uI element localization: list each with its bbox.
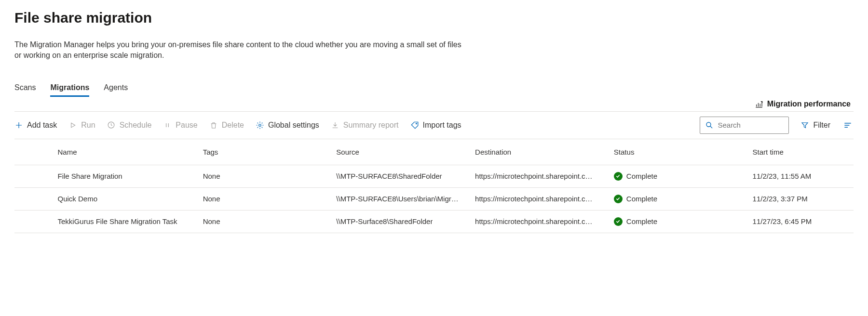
cell-source: \\MTP-Surface8\SharedFolder [330,210,469,233]
toolbar: Add task Run Schedule Pause Delete [14,112,854,139]
delete-button: Delete [209,121,244,130]
trash-icon [209,121,218,130]
cell-source: \\MTP-SURFACE8\Users\brian\Migr… [330,187,469,210]
table-row[interactable]: File Share Migration None \\MTP-SURFACE8… [14,165,854,187]
col-header-status[interactable]: Status [608,139,747,165]
pause-button: Pause [163,121,197,130]
col-header-source[interactable]: Source [330,139,469,165]
check-circle-icon [614,195,623,203]
clock-icon [107,121,116,130]
tag-icon [410,121,419,130]
plus-icon [14,121,23,130]
pause-icon [163,121,172,130]
cell-name: TekkiGurus File Share Migration Task [52,210,197,233]
cell-status: Complete [608,210,747,233]
search-icon [705,121,714,130]
delete-label: Delete [222,121,244,130]
cell-status: Complete [608,187,747,210]
svg-point-2 [416,123,417,124]
filter-icon [800,121,809,130]
page-title: File share migration [14,10,854,26]
add-task-label: Add task [27,121,57,130]
more-button[interactable] [842,119,854,131]
summary-report-label: Summary report [343,121,399,130]
chart-icon [755,100,763,108]
more-lines-icon [843,120,853,130]
pause-label: Pause [176,121,197,130]
run-label: Run [81,121,95,130]
search-input[interactable] [718,121,784,129]
col-header-tags[interactable]: Tags [197,139,331,165]
tab-scans[interactable]: Scans [14,83,36,97]
import-tags-button[interactable]: Import tags [410,121,461,130]
migration-performance-link[interactable]: Migration performance [755,100,851,108]
col-header-start-time[interactable]: Start time [747,139,854,165]
search-box[interactable] [700,117,789,134]
filter-button[interactable]: Filter [800,121,830,130]
svg-point-3 [706,122,711,127]
col-header-destination[interactable]: Destination [469,139,608,165]
summary-report-button: Summary report [331,121,399,130]
tab-bar: Scans Migrations Agents [14,83,854,97]
cell-tags: None [197,165,331,187]
cell-start-time: 11/27/23, 6:45 PM [747,210,854,233]
cell-destination: https://microtechpoint.sharepoint.c… [469,165,608,187]
global-settings-button[interactable]: Global settings [256,121,319,130]
add-task-button[interactable]: Add task [14,121,57,130]
run-button: Run [68,121,95,130]
cell-tags: None [197,210,331,233]
gear-icon [256,121,264,130]
table-header-row: Name Tags Source Destination Status Star… [14,139,854,165]
tab-migrations[interactable]: Migrations [50,83,89,97]
migrations-table: Name Tags Source Destination Status Star… [14,139,854,233]
svg-point-1 [259,124,261,127]
cell-start-time: 11/2/23, 11:55 AM [747,165,854,187]
schedule-label: Schedule [120,121,152,130]
schedule-button: Schedule [107,121,152,130]
filter-label: Filter [813,121,830,130]
migration-performance-label: Migration performance [767,100,851,108]
global-settings-label: Global settings [268,121,319,130]
tab-agents[interactable]: Agents [104,83,128,97]
cell-status: Complete [608,165,747,187]
play-icon [68,121,77,130]
check-circle-icon [614,172,623,181]
check-circle-icon [614,217,623,226]
cell-name: File Share Migration [52,165,197,187]
col-header-name[interactable]: Name [52,139,197,165]
cell-destination: https://microtechpoint.sharepoint.c… [469,187,608,210]
import-tags-label: Import tags [423,121,461,130]
cell-source: \\MTP-SURFACE8\SharedFolder [330,165,469,187]
cell-destination: https://microtechpoint.sharepoint.c… [469,210,608,233]
cell-name: Quick Demo [52,187,197,210]
cell-start-time: 11/2/23, 3:37 PM [747,187,854,210]
cell-tags: None [197,187,331,210]
download-icon [331,121,339,130]
page-description: The Migration Manager helps you bring yo… [14,40,468,61]
table-row[interactable]: Quick Demo None \\MTP-SURFACE8\Users\bri… [14,187,854,210]
table-row[interactable]: TekkiGurus File Share Migration Task Non… [14,210,854,233]
